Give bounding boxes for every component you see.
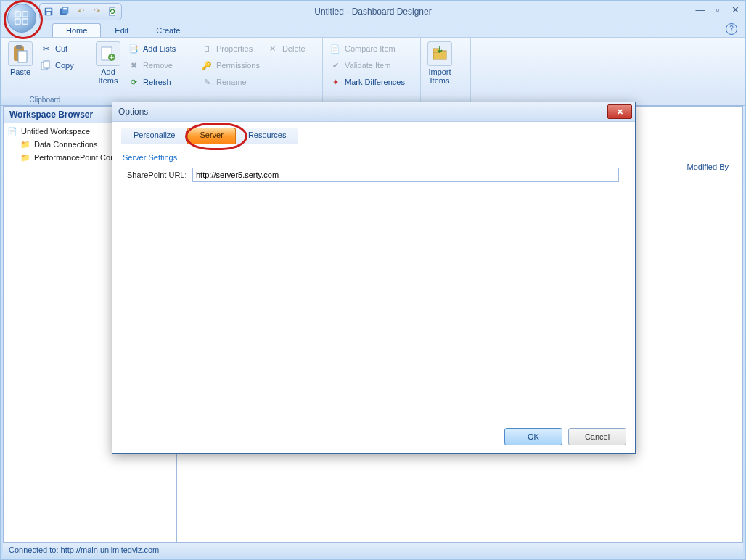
rename-icon: ✎ bbox=[201, 76, 213, 88]
tab-edit[interactable]: Edit bbox=[101, 23, 142, 37]
compare-icon: 📄 bbox=[329, 43, 341, 54]
paste-label: Paste bbox=[10, 67, 30, 76]
svg-rect-5 bbox=[63, 7, 67, 9]
cancel-button[interactable]: Cancel bbox=[568, 428, 626, 445]
import-items-button[interactable]: Import Items bbox=[425, 40, 454, 94]
office-button[interactable] bbox=[7, 4, 36, 33]
svg-rect-10 bbox=[22, 19, 28, 24]
window-controls: — ▫ ✕ bbox=[695, 4, 740, 15]
group-clipboard-label: Clipboard bbox=[1, 94, 89, 105]
import-icon bbox=[427, 41, 452, 66]
redo-icon[interactable]: ↷ bbox=[91, 6, 102, 17]
add-lists-button[interactable]: 📑Add Lists bbox=[126, 41, 178, 56]
remove-button[interactable]: ✖Remove bbox=[126, 58, 178, 73]
rename-button[interactable]: ✎Rename bbox=[199, 75, 262, 89]
add-items-icon bbox=[96, 41, 120, 66]
options-dialog: Options ✕ Personalize Server Resources S… bbox=[112, 102, 636, 454]
refresh-icon: ⟳ bbox=[128, 76, 139, 88]
minimize-button[interactable]: — bbox=[695, 4, 705, 15]
dialog-titlebar: Options ✕ bbox=[112, 102, 635, 122]
tab-home[interactable]: Home bbox=[52, 23, 101, 37]
tab-personalize[interactable]: Personalize bbox=[121, 128, 187, 144]
svg-rect-9 bbox=[15, 19, 20, 24]
delete-button[interactable]: ✕Delete bbox=[265, 41, 308, 56]
tab-server[interactable]: Server bbox=[187, 128, 235, 144]
sharepoint-url-label: SharePoint URL: bbox=[127, 170, 192, 179]
refresh-button[interactable]: ⟳Refresh bbox=[126, 75, 178, 89]
mark-differences-button[interactable]: ✦Mark Differences bbox=[327, 75, 407, 89]
workspace-icon: 📄 bbox=[7, 125, 18, 137]
help-icon[interactable]: ? bbox=[726, 23, 737, 35]
sharepoint-url-input[interactable] bbox=[192, 168, 619, 182]
cut-button[interactable]: ✂Cut bbox=[38, 41, 76, 56]
svg-rect-8 bbox=[22, 12, 28, 17]
save-all-icon[interactable] bbox=[59, 6, 70, 17]
svg-rect-12 bbox=[16, 45, 22, 49]
cut-icon: ✂ bbox=[40, 43, 52, 54]
add-lists-icon: 📑 bbox=[128, 43, 139, 54]
tab-create[interactable]: Create bbox=[142, 23, 194, 37]
main-window: ↶ ↷ Untitled - Dashboard Designer — ▫ ✕ … bbox=[0, 0, 746, 560]
svg-rect-7 bbox=[15, 12, 20, 17]
delete-icon: ✕ bbox=[267, 43, 279, 54]
add-items-button[interactable]: Add Items bbox=[94, 40, 123, 94]
paste-icon bbox=[8, 41, 33, 66]
compare-item-button[interactable]: 📄Compare Item bbox=[327, 41, 407, 56]
permissions-button[interactable]: 🔑Permissions bbox=[199, 58, 262, 73]
maximize-button[interactable]: ▫ bbox=[713, 4, 723, 15]
refresh-icon[interactable] bbox=[107, 6, 118, 17]
svg-rect-2 bbox=[46, 12, 50, 15]
tab-resources[interactable]: Resources bbox=[236, 128, 299, 144]
ribbon: Paste ✂Cut Copy Clipboard Add Items 📑Add… bbox=[1, 37, 745, 106]
status-bar: Connected to: http://main.unlimitedviz.c… bbox=[3, 542, 743, 557]
dialog-tabs: Personalize Server Resources bbox=[121, 128, 626, 144]
dialog-title: Options bbox=[118, 107, 148, 117]
ribbon-tabs: Home Edit Create ? bbox=[1, 21, 745, 37]
save-icon[interactable] bbox=[43, 6, 54, 17]
dialog-close-button[interactable]: ✕ bbox=[607, 104, 632, 119]
properties-icon: 🗒 bbox=[201, 43, 213, 54]
paste-button[interactable]: Paste bbox=[6, 40, 35, 94]
validate-item-button[interactable]: ✔Validate Item bbox=[327, 58, 407, 73]
folder-icon: 📁 bbox=[20, 152, 31, 163]
add-items-label: Add Items bbox=[99, 67, 118, 85]
quick-access-toolbar: ↶ ↷ bbox=[39, 3, 122, 20]
folder-icon: 📁 bbox=[20, 139, 31, 150]
close-button[interactable]: ✕ bbox=[730, 4, 740, 15]
copy-button[interactable]: Copy bbox=[38, 58, 76, 73]
import-label: Import Items bbox=[428, 67, 451, 85]
server-settings-label: Server Settings bbox=[123, 153, 626, 162]
sharepoint-url-row: SharePoint URL: bbox=[127, 168, 626, 182]
svg-rect-1 bbox=[46, 8, 52, 11]
properties-button[interactable]: 🗒Properties bbox=[199, 41, 262, 56]
status-text: Connected to: http://main.unlimitedviz.c… bbox=[9, 545, 159, 554]
remove-icon: ✖ bbox=[128, 59, 139, 71]
copy-icon bbox=[40, 59, 52, 71]
permissions-icon: 🔑 bbox=[201, 59, 213, 71]
column-modified-by: Modified By bbox=[687, 162, 729, 171]
ok-button[interactable]: OK bbox=[504, 428, 562, 445]
undo-icon[interactable]: ↶ bbox=[75, 6, 86, 17]
titlebar: ↶ ↷ Untitled - Dashboard Designer — ▫ ✕ bbox=[1, 1, 745, 21]
mark-diff-icon: ✦ bbox=[329, 76, 341, 88]
svg-rect-13 bbox=[18, 51, 27, 62]
validate-icon: ✔ bbox=[329, 59, 341, 71]
svg-rect-15 bbox=[44, 61, 49, 68]
